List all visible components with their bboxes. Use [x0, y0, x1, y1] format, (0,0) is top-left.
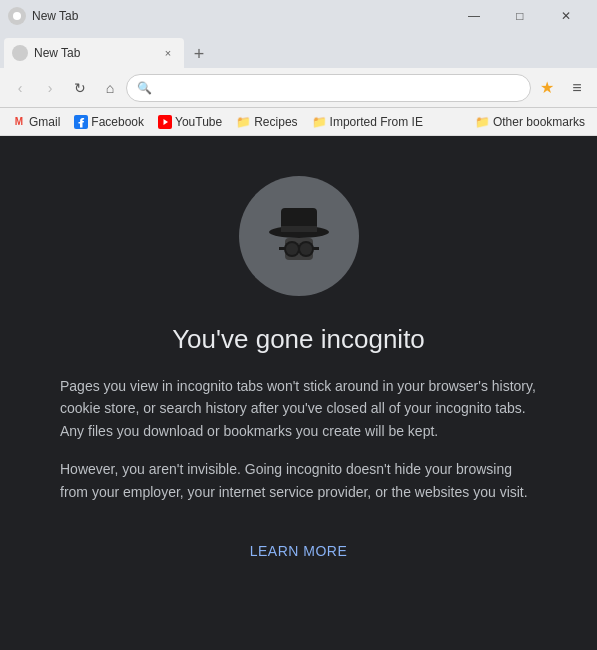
svg-rect-15 — [279, 247, 285, 250]
incognito-description-2: However, you aren't invisible. Going inc… — [60, 458, 537, 503]
reload-button[interactable]: ↻ — [66, 74, 94, 102]
learn-more-link[interactable]: LEARN MORE — [250, 543, 348, 559]
main-content: You've gone incognito Pages you view in … — [0, 136, 597, 650]
tab-title-bar: New Tab — [32, 9, 78, 23]
incognito-figure — [259, 196, 339, 276]
forward-button[interactable]: › — [36, 74, 64, 102]
bookmark-other-label: Other bookmarks — [493, 115, 585, 129]
folder-icon: 📁 — [236, 115, 251, 129]
window-controls: — □ ✕ — [451, 0, 589, 32]
svg-rect-14 — [298, 247, 300, 251]
gmail-favicon: M — [12, 115, 26, 129]
tab-favicon — [12, 45, 28, 61]
bookmark-youtube[interactable]: You've gone incognito YouTube — [152, 113, 228, 131]
address-input[interactable] — [156, 80, 520, 95]
tab-bar: New Tab × + — [0, 32, 597, 68]
incognito-title: You've gone incognito — [172, 324, 425, 355]
home-button[interactable]: ⌂ — [96, 74, 124, 102]
new-tab-button[interactable]: + — [184, 40, 214, 68]
tab-close-button[interactable]: × — [160, 45, 176, 61]
facebook-favicon — [74, 115, 88, 129]
chrome-icon — [8, 7, 26, 25]
incognito-description-1: Pages you view in incognito tabs won't s… — [60, 375, 537, 442]
youtube-favicon — [158, 115, 172, 129]
bookmark-imported-label: Imported From IE — [330, 115, 423, 129]
bookmark-folder-recipes[interactable]: 📁 Recipes — [230, 113, 303, 131]
svg-point-11 — [286, 243, 298, 255]
svg-point-13 — [300, 243, 312, 255]
maximize-button[interactable]: □ — [497, 0, 543, 32]
svg-rect-8 — [281, 226, 317, 232]
svg-rect-16 — [313, 247, 319, 250]
bookmark-youtube-text: YouTube — [175, 115, 222, 129]
bookmark-gmail-label: Gmail — [29, 115, 60, 129]
back-button[interactable]: ‹ — [6, 74, 34, 102]
svg-point-2 — [12, 45, 28, 61]
menu-button[interactable]: ≡ — [563, 74, 591, 102]
nav-bar: ‹ › ↻ ⌂ 🔍 ★ ≡ — [0, 68, 597, 108]
tab-label: New Tab — [34, 46, 154, 60]
bookmark-gmail[interactable]: M Gmail — [6, 113, 66, 131]
active-tab[interactable]: New Tab × — [4, 38, 184, 68]
folder-icon-2: 📁 — [312, 115, 327, 129]
close-button[interactable]: ✕ — [543, 0, 589, 32]
bookmark-facebook[interactable]: Facebook — [68, 113, 150, 131]
address-bar[interactable]: 🔍 — [126, 74, 531, 102]
svg-point-1 — [13, 12, 21, 20]
browser-window: New Tab — □ ✕ New Tab × + ‹ › ↻ ⌂ 🔍 ★ ≡ — [0, 0, 597, 650]
incognito-icon — [239, 176, 359, 296]
title-bar: New Tab — □ ✕ — [0, 0, 597, 32]
folder-icon-3: 📁 — [475, 115, 490, 129]
search-icon: 🔍 — [137, 81, 152, 95]
bookmark-recipes-label: Recipes — [254, 115, 297, 129]
bookmark-facebook-label: Facebook — [91, 115, 144, 129]
bookmark-folder-imported[interactable]: 📁 Imported From IE — [306, 113, 429, 131]
bookmark-folder-other[interactable]: 📁 Other bookmarks — [469, 113, 591, 131]
bookmark-star-button[interactable]: ★ — [533, 74, 561, 102]
minimize-button[interactable]: — — [451, 0, 497, 32]
bookmarks-bar: M Gmail Facebook You've gone incognito Y… — [0, 108, 597, 136]
